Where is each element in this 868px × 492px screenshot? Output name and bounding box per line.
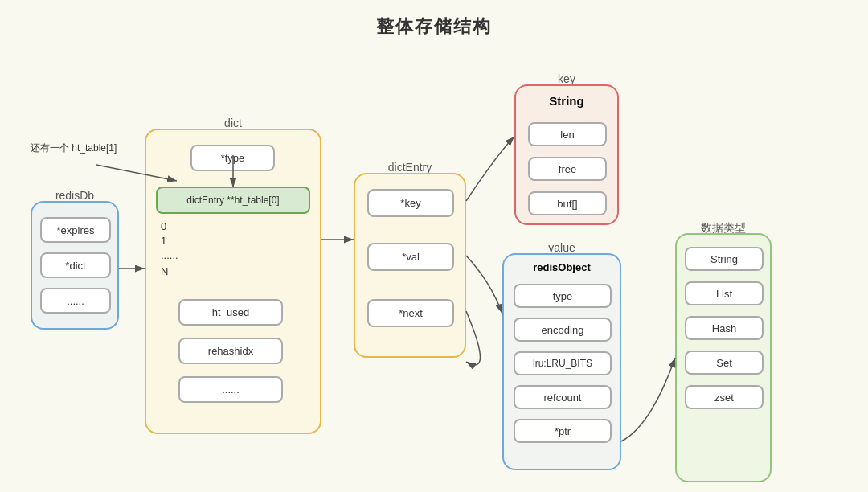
type-field: *type <box>190 145 275 171</box>
zset-type: zset <box>685 385 764 409</box>
redisdb-container: *expires *dict ...... <box>31 201 119 330</box>
expires-field: *expires <box>40 217 111 243</box>
redisdb-label: redisDb <box>31 189 119 202</box>
dict-container: *type dictEntry **ht_table[0] 0 1 ......… <box>145 129 321 434</box>
string-type: String <box>685 247 764 271</box>
refcount-field: refcount <box>514 385 612 409</box>
set-type: Set <box>685 351 764 375</box>
string-key-container: String len free buf[] <box>514 84 619 225</box>
ht-table-note: 还有一个 ht_table[1] <box>31 141 117 155</box>
dict-label: dict <box>177 117 289 129</box>
key-field: *key <box>367 189 454 217</box>
row-0: 0 <box>161 220 166 232</box>
value-label: value <box>502 241 621 254</box>
dict-bottom-ellipsis: ...... <box>178 376 283 403</box>
string-key-title: String <box>516 94 617 108</box>
key-label: key <box>514 72 619 85</box>
ptr-field: *ptr <box>514 419 612 443</box>
len-field: len <box>528 122 607 146</box>
ht-used-field: ht_used <box>178 299 283 326</box>
rehashidx-field: rehashidx <box>178 338 283 364</box>
row-1: 1 <box>161 235 166 247</box>
dictentry-label: dictEntry <box>370 161 450 174</box>
redisobject-title: redisObject <box>504 261 620 273</box>
ht-table-field: dictEntry **ht_table[0] <box>156 187 310 214</box>
page-title: 整体存储结构 <box>0 0 868 39</box>
free-field: free <box>528 157 607 181</box>
type-ro-field: type <box>514 284 612 308</box>
encoding-field: encoding <box>514 318 612 342</box>
hash-type: Hash <box>685 316 764 340</box>
lru-field: lru:LRU_BITS <box>514 351 612 375</box>
list-type: List <box>685 281 764 305</box>
next-field: *next <box>367 299 454 327</box>
dictentry-container: *key *val *next <box>354 173 466 358</box>
redisobject-container: redisObject type encoding lru:LRU_BITS r… <box>502 253 621 470</box>
datatype-container: String List Hash Set zset <box>675 233 772 482</box>
buf-field: buf[] <box>528 191 607 215</box>
redisdb-ellipsis: ...... <box>40 288 111 314</box>
val-field: *val <box>367 243 454 271</box>
row-ellipsis: ...... <box>161 249 178 261</box>
dict-field: *dict <box>40 252 111 278</box>
row-n: N <box>161 265 168 277</box>
